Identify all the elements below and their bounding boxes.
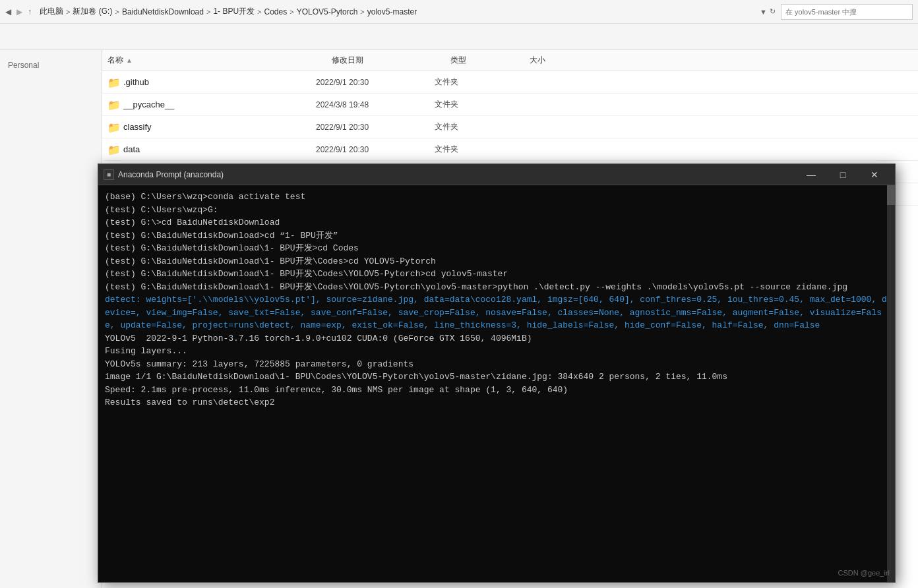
file-type: 文件夹 <box>435 144 514 155</box>
file-date: 2022/9/1 20:30 <box>316 145 435 154</box>
file-name: data <box>123 144 140 154</box>
terminal-line: (test) G:\BaiduNetdiskDownload\1- BPU开发\… <box>105 281 888 294</box>
terminal-line: (test) G:\BaiduNetdiskDownload>cd “1- BP… <box>105 229 888 243</box>
folder-icon: 📁 <box>107 99 119 111</box>
terminal-line: (test) G:\>cd BaiduNetdiskDownload <box>105 216 888 229</box>
file-name: classify <box>123 122 152 132</box>
table-row[interactable]: 📁 classify 2022/9/1 20:30 文件夹 <box>102 116 918 138</box>
terminal-line: (test) G:\BaiduNetdiskDownload\1- BPU开发\… <box>105 268 888 281</box>
terminal-line: Fusing layers... <box>105 345 888 358</box>
terminal-line: detect: weights=['.\\models\\yolov5s.pt'… <box>105 293 888 332</box>
nav-up-icon[interactable]: ↑ <box>28 7 32 16</box>
sort-icon: ▲ <box>126 57 133 64</box>
column-headers: 名称 ▲ 修改日期 类型 大小 <box>102 50 918 71</box>
terminal-line: (test) G:\BaiduNetdiskDownload\1- BPU开发\… <box>105 255 888 268</box>
file-date: 2022/9/1 20:30 <box>316 123 435 132</box>
scrollbar-thumb[interactable] <box>887 185 895 205</box>
toolbar <box>0 24 918 50</box>
table-row[interactable]: 📁 __pycache__ 2024/3/8 19:48 文件夹 <box>102 94 918 116</box>
col-header-name[interactable]: 名称 ▲ <box>107 55 332 66</box>
terminal-scrollbar[interactable] <box>887 185 895 582</box>
terminal-line: (test) G:\BaiduNetdiskDownload\1- BPU开发>… <box>105 242 888 255</box>
file-date: 2024/3/8 19:48 <box>316 100 435 109</box>
terminal-line: (base) C:\Users\wzq>conda activate test <box>105 191 888 204</box>
breadcrumb-yolov5pytorch[interactable]: YOLOV5-Pytorch <box>297 7 358 16</box>
breadcrumb-bpu[interactable]: 1- BPU开发 <box>213 6 255 17</box>
terminal-line: YOLOv5 2022-9-1 Python-3.7.16 torch-1.9.… <box>105 332 888 345</box>
terminal-titlebar: ■ Anaconda Prompt (anaconda) — □ ✕ <box>98 164 895 185</box>
terminal-app-icon: ■ <box>104 169 114 180</box>
file-date: 2022/9/1 20:30 <box>316 78 435 87</box>
close-button[interactable]: ✕ <box>859 164 890 185</box>
sidebar-item-1[interactable] <box>0 73 102 78</box>
file-type: 文件夹 <box>435 99 514 110</box>
terminal-line: Results saved to runs\detect\exp2 <box>105 396 888 409</box>
nav-back-icon[interactable]: ◀ <box>5 7 11 16</box>
nav-forward-icon[interactable]: ▶ <box>16 7 22 16</box>
folder-icon: 📁 <box>107 121 119 133</box>
terminal-line: Speed: 2.1ms pre-process, 11.0ms inferen… <box>105 384 888 397</box>
table-row[interactable]: 📁 .github 2022/9/1 20:30 文件夹 <box>102 71 918 94</box>
minimize-button[interactable]: — <box>796 164 826 185</box>
terminal-body[interactable]: (base) C:\Users\wzq>conda activate test(… <box>98 185 895 582</box>
file-name: __pycache__ <box>123 100 174 109</box>
folder-icon: 📁 <box>107 76 119 88</box>
file-name: .github <box>123 77 149 87</box>
terminal-title: Anaconda Prompt (anaconda) <box>118 170 796 179</box>
csdn-watermark: CSDN @gee_irl <box>838 569 890 577</box>
maximize-button[interactable]: □ <box>828 164 858 185</box>
col-header-date[interactable]: 修改日期 <box>332 55 450 66</box>
breadcrumb-path: ◀ ▶ ↑ 此电脑 > 新加卷 (G:) > BaiduNetdiskDownl… <box>5 6 760 17</box>
breadcrumb-yolov5master[interactable]: yolov5-master <box>367 7 417 16</box>
left-sidebar: Personal <box>0 50 102 588</box>
breadcrumb-bar: ◀ ▶ ↑ 此电脑 > 新加卷 (G:) > BaiduNetdiskDownl… <box>0 0 918 24</box>
file-type: 文件夹 <box>435 121 514 132</box>
breadcrumb-pc[interactable]: 此电脑 <box>40 6 63 17</box>
search-input[interactable] <box>781 4 913 20</box>
dropdown-icon[interactable]: ▼ <box>760 8 767 16</box>
breadcrumb-baidu[interactable]: BaiduNetdiskDownload <box>122 7 204 16</box>
col-header-size[interactable]: 大小 <box>530 55 596 66</box>
col-header-type[interactable]: 类型 <box>450 55 530 66</box>
table-row[interactable]: 📁 data 2022/9/1 20:30 文件夹 <box>102 138 918 161</box>
terminal-controls: — □ ✕ <box>796 164 890 185</box>
breadcrumb-drive[interactable]: 新加卷 (G:) <box>73 6 112 17</box>
file-type: 文件夹 <box>435 76 514 88</box>
sidebar-personal-label: Personal <box>0 55 102 73</box>
terminal-line: YOLOv5s summary: 213 layers, 7225885 par… <box>105 358 888 371</box>
breadcrumb-codes[interactable]: Codes <box>264 7 288 16</box>
terminal-line: image 1/1 G:\BaiduNetdiskDownload\1- BPU… <box>105 370 888 384</box>
folder-icon: 📁 <box>107 144 119 156</box>
refresh-icon[interactable]: ↻ <box>770 7 776 16</box>
terminal-window: ■ Anaconda Prompt (anaconda) — □ ✕ (base… <box>98 163 896 583</box>
terminal-line: (test) C:\Users\wzq>G: <box>105 204 888 217</box>
